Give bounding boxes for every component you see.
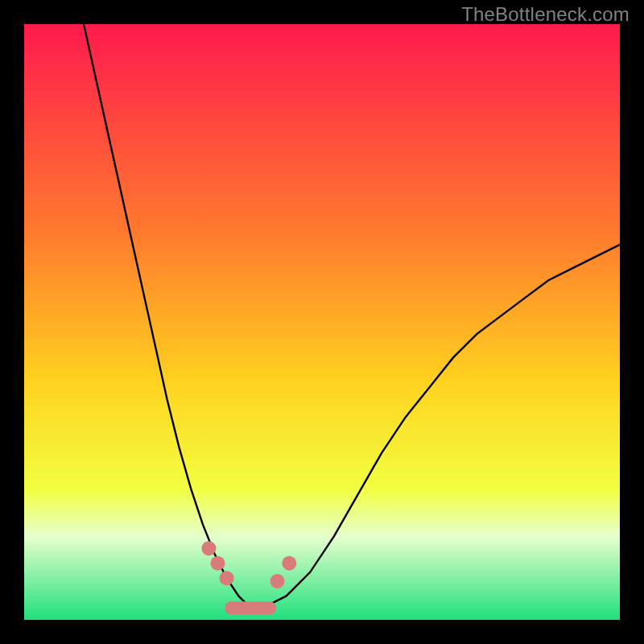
watermark-text: TheBottleneck.com	[461, 3, 630, 26]
bead	[270, 574, 285, 588]
bead	[211, 556, 225, 571]
bead	[201, 541, 216, 555]
chart-svg	[24, 24, 620, 620]
plot-area	[24, 24, 620, 620]
minimum-marker-pill	[225, 601, 276, 614]
bead	[220, 571, 234, 585]
bead	[282, 556, 296, 571]
gradient-background	[24, 24, 620, 620]
outer-frame: TheBottleneck.com	[0, 0, 644, 644]
